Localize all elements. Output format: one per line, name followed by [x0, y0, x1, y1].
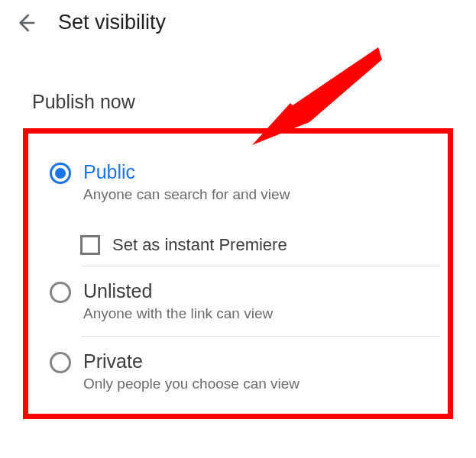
page-title: Set visibility	[58, 11, 166, 34]
premiere-label: Set as instant Premiere	[112, 235, 287, 255]
header: Set visibility	[0, 0, 476, 45]
option-title: Unlisted	[83, 280, 440, 302]
option-unlisted[interactable]: Unlisted Anyone with the link can view	[36, 266, 440, 336]
option-title: Private	[83, 350, 440, 373]
premiere-option[interactable]: Set as instant Premiere	[36, 217, 440, 266]
option-description: Anyone with the link can view	[83, 305, 440, 322]
section-publish-now: Publish now	[0, 45, 476, 113]
visibility-options: Public Anyone can search for and view Se…	[23, 128, 453, 419]
option-public[interactable]: Public Anyone can search for and view	[36, 147, 440, 217]
back-arrow-icon[interactable]	[14, 11, 37, 34]
radio-private[interactable]	[50, 352, 71, 373]
radio-public[interactable]	[50, 163, 71, 184]
premiere-checkbox[interactable]	[80, 235, 100, 255]
option-private[interactable]: Private Only people you choose can view	[36, 337, 440, 406]
option-description: Anyone can search for and view	[83, 186, 440, 203]
option-description: Only people you choose can view	[83, 376, 440, 392]
radio-unlisted[interactable]	[50, 282, 71, 303]
option-title: Public	[83, 161, 440, 183]
